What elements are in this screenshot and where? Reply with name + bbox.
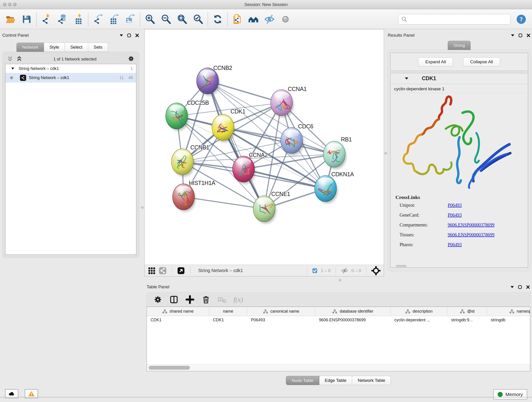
panel-float-icon[interactable] [127, 33, 131, 38]
protein-description: cyclin-dependent kinase 1 [390, 84, 528, 93]
hidden-eye-icon[interactable] [341, 267, 348, 274]
crosslink-link[interactable]: 9606.ENSP00000378699 [448, 222, 494, 228]
zoom-in-button[interactable] [143, 13, 156, 26]
function-builder-button[interactable]: f(x) [234, 296, 243, 303]
export-network-button[interactable] [92, 13, 104, 26]
tree-expander-icon[interactable] [11, 67, 14, 70]
import-table-button[interactable] [72, 13, 85, 26]
cloud-icon [8, 390, 15, 397]
open-session-button[interactable] [4, 13, 17, 26]
tree-row-network[interactable]: String Network – cdk1 11 48 [6, 73, 136, 83]
graphics-details-button[interactable] [279, 13, 292, 26]
cybrowser-home-button[interactable] [247, 13, 260, 26]
refresh-button[interactable] [211, 13, 224, 26]
zoom-selected-button[interactable] [191, 13, 204, 26]
grid-view-icon[interactable] [148, 267, 156, 274]
crosslink-link[interactable]: P06493 [448, 212, 462, 218]
expand-all-icon[interactable] [16, 56, 22, 63]
column-header-id[interactable]: @id [447, 307, 487, 316]
panel-menu-icon[interactable] [119, 34, 123, 37]
zoom-out-button[interactable] [159, 13, 172, 26]
collapse-all-icon[interactable] [7, 56, 13, 63]
clone-network-button[interactable] [231, 13, 244, 26]
network-node-CDKN1A[interactable]: CDKN1A [315, 171, 354, 204]
crosslink-label: Tissues: [399, 232, 448, 237]
collapse-all-button[interactable]: Collapse All [463, 57, 500, 66]
export-table-icon [109, 14, 119, 25]
panel-close-icon[interactable] [526, 33, 531, 38]
refresh-icon [212, 14, 223, 25]
panel-float-icon[interactable] [518, 33, 523, 38]
column-header-namespace[interactable]: namespace [487, 307, 530, 316]
table-row[interactable]: CDK1CDK1P064939606.ENSP00000378699cyclin… [147, 316, 530, 324]
network-node-RB1[interactable]: RB1 [323, 136, 352, 169]
left-divider-handle[interactable] [141, 206, 144, 209]
search-box[interactable] [398, 14, 510, 25]
tab-network-table[interactable]: Network Table [352, 376, 391, 385]
gear-button[interactable] [153, 295, 162, 304]
network-canvas[interactable]: CCNB2CCNA1CDC25BCDK1CDC6RB1CCNB1CCNA2CDK… [145, 29, 384, 265]
memory-button[interactable]: Memory [493, 389, 527, 400]
table-hscroll-thumb[interactable] [149, 366, 190, 370]
column-header-canonicalname[interactable]: canonical name [247, 307, 315, 316]
column-header-name[interactable]: name [209, 307, 247, 316]
tab-string[interactable]: String [448, 41, 471, 50]
hide-panels-button[interactable] [263, 13, 276, 26]
delete-icon [201, 295, 210, 304]
network-node-CDC25B[interactable]: CDC25B [166, 99, 209, 131]
network-node-CCNA1[interactable]: CCNA1 [271, 86, 307, 118]
columns-button[interactable] [169, 295, 178, 304]
zoom-fit-button[interactable] [176, 13, 188, 26]
add-column-button[interactable] [185, 295, 195, 304]
tab-select[interactable]: Select [65, 43, 88, 52]
network-edge-CCNA2-CDKN1A[interactable] [244, 169, 326, 189]
tab-edge-table[interactable]: Edge Table [319, 376, 352, 385]
crosslink-link[interactable]: P06493 [448, 203, 462, 208]
crosslink-link[interactable]: P06493 [448, 242, 462, 247]
export-image-button[interactable] [124, 13, 137, 26]
tab-style[interactable]: Style [44, 43, 65, 52]
gear-icon[interactable] [128, 55, 134, 63]
help-icon: ? [516, 14, 526, 25]
table-hscrollbar[interactable] [147, 364, 530, 371]
crosshair-icon[interactable] [371, 266, 380, 275]
delete-table-button[interactable] [217, 295, 227, 304]
selected-checkbox-icon[interactable] [312, 268, 317, 274]
tab-node-table[interactable]: Node Table [286, 376, 319, 385]
crosslinks-title: CrossLinks [395, 194, 528, 200]
panel-menu-icon[interactable] [511, 34, 515, 37]
panel-close-icon[interactable] [135, 33, 139, 38]
node-label-HIST1H1A: HIST1H1A [189, 180, 215, 186]
open-in-window-icon[interactable] [177, 267, 185, 275]
network-node-HIST1H1A[interactable]: HIST1H1A [172, 180, 215, 212]
tree-row-collection[interactable]: String Network – cdk1 1 [6, 64, 136, 73]
save-session-button[interactable] [20, 13, 33, 26]
results-scroll-thumb[interactable] [396, 265, 406, 267]
search-input[interactable] [408, 17, 508, 22]
delete-button[interactable] [201, 295, 210, 304]
help-button[interactable]: ? [516, 14, 526, 25]
tab-network[interactable]: Network [17, 43, 44, 52]
import-network-button[interactable] [40, 13, 53, 26]
collapse-section-icon[interactable] [405, 77, 409, 80]
column-header-databaseidentifier[interactable]: database identifier [315, 307, 391, 316]
network-node-CCNB2[interactable]: CCNB2 [196, 65, 232, 96]
export-table-button[interactable] [108, 13, 120, 26]
status-bar: Memory [0, 387, 532, 402]
toolbar-separator [88, 12, 89, 26]
column-header-sharedname[interactable]: shared name [147, 307, 209, 316]
panel-close-icon[interactable] [526, 285, 530, 289]
tab-sets[interactable]: Sets [88, 43, 108, 52]
table-cell: P06493 [247, 316, 315, 324]
column-type-icon [263, 309, 268, 314]
bottom-divider-handle[interactable] [339, 279, 341, 281]
import-network-database-button[interactable] [56, 13, 69, 26]
crosslinks-section: CrossLinks Uniprot: P06493GeneCard: P064… [390, 193, 528, 252]
panel-menu-icon[interactable] [510, 286, 514, 288]
crosslink-link[interactable]: 9606.ENSP00000378699 [448, 232, 494, 237]
expand-all-button[interactable]: Expand All [418, 57, 453, 66]
column-header-description[interactable]: description [391, 307, 447, 316]
panel-float-icon[interactable] [518, 285, 522, 289]
right-divider-handle[interactable] [385, 152, 387, 154]
network-thumbnail-icon[interactable] [159, 267, 167, 274]
